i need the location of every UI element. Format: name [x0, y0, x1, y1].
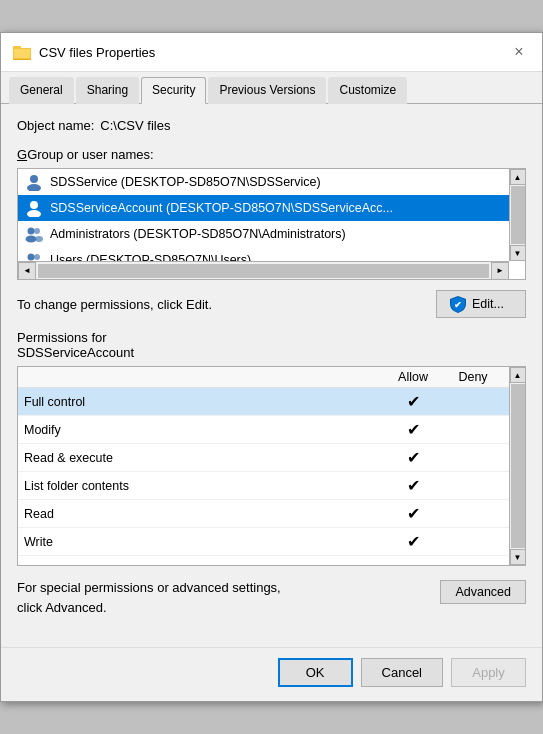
permission-row[interactable]: Modify ✔ — [18, 416, 525, 444]
permissions-scrollbar[interactable]: ▲ ▼ — [509, 367, 525, 565]
users-list-inner: SDSService (DESKTOP-SD85O7N\SDSService) … — [18, 169, 525, 261]
horiz-thumb[interactable] — [38, 264, 489, 278]
tab-customize[interactable]: Customize — [328, 77, 407, 104]
user-avatar — [24, 198, 44, 218]
permission-row[interactable]: Write ✔ — [18, 528, 525, 556]
list-item[interactable]: SDSService (DESKTOP-SD85O7N\SDSService) — [18, 169, 525, 195]
object-name-value: C:\CSV files — [100, 118, 170, 133]
advanced-text-line1: For special permissions or advanced sett… — [17, 580, 281, 595]
scroll-down-arrow[interactable]: ▼ — [510, 245, 526, 261]
scroll-up-arrow[interactable]: ▲ — [510, 169, 526, 185]
tab-general[interactable]: General — [9, 77, 74, 104]
perm-scroll-down[interactable]: ▼ — [510, 549, 526, 565]
edit-button[interactable]: ✔ Edit... — [436, 290, 526, 318]
edit-label: Edit... — [472, 297, 504, 311]
user-name: Administrators (DESKTOP-SD85O7N\Administ… — [50, 227, 346, 241]
col-name-header — [24, 370, 383, 384]
title-bar: CSV files Properties × — [1, 33, 542, 72]
object-name-row: Object name: C:\CSV files — [17, 118, 526, 133]
users-icon — [25, 251, 43, 261]
users-icon — [25, 225, 43, 243]
users-list[interactable]: SDSService (DESKTOP-SD85O7N\SDSService) … — [17, 168, 526, 280]
tabs-bar: General Sharing Security Previous Versio… — [1, 72, 542, 104]
title-bar-left: CSV files Properties — [13, 44, 155, 60]
perm-allow-check: ✔ — [383, 448, 443, 467]
change-text: To change permissions, click Edit. — [17, 297, 212, 312]
svg-point-11 — [35, 236, 43, 242]
permission-row[interactable]: Read ✔ — [18, 500, 525, 528]
user-icon — [25, 199, 43, 217]
cancel-button[interactable]: Cancel — [361, 658, 443, 687]
permissions-header-line2: SDSServiceAccount — [17, 345, 134, 360]
window-title: CSV files Properties — [39, 45, 155, 60]
perm-name: Read & execute — [24, 451, 383, 465]
permissions-table: Allow Deny Full control ✔ Modify ✔ Read … — [17, 366, 526, 566]
svg-point-9 — [26, 236, 37, 243]
change-permissions-row: To change permissions, click Edit. ✔ Edi… — [17, 290, 526, 318]
col-deny-header: Deny — [443, 370, 503, 384]
svg-rect-3 — [14, 49, 30, 58]
perm-allow-check: ✔ — [383, 504, 443, 523]
perm-allow-check: ✔ — [383, 420, 443, 439]
horizontal-scrollbar[interactable]: ◄ ► — [18, 261, 509, 279]
perm-allow-check: ✔ — [383, 532, 443, 551]
advanced-text-line2: click Advanced. — [17, 600, 107, 615]
permission-row[interactable]: List folder contents ✔ — [18, 472, 525, 500]
perm-name: Full control — [24, 395, 383, 409]
svg-point-4 — [30, 175, 38, 183]
advanced-row: For special permissions or advanced sett… — [17, 578, 526, 617]
tab-security[interactable]: Security — [141, 77, 206, 104]
advanced-text: For special permissions or advanced sett… — [17, 578, 281, 617]
col-allow-header: Allow — [383, 370, 443, 384]
dialog-window: CSV files Properties × General Sharing S… — [0, 32, 543, 702]
list-item[interactable]: SDSServiceAccount (DESKTOP-SD85O7N\SDSSe… — [18, 195, 525, 221]
permissions-header-line1: Permissions for — [17, 330, 107, 345]
user-name: SDSService (DESKTOP-SD85O7N\SDSService) — [50, 175, 321, 189]
scroll-left-arrow[interactable]: ◄ — [18, 262, 36, 280]
user-avatar — [24, 172, 44, 192]
bottom-buttons: OK Cancel Apply — [1, 647, 542, 701]
scroll-thumb[interactable] — [511, 186, 525, 244]
tab-sharing[interactable]: Sharing — [76, 77, 139, 104]
perm-scroll-thumb[interactable] — [511, 384, 525, 548]
svg-point-12 — [28, 254, 35, 261]
close-button[interactable]: × — [508, 41, 530, 63]
perm-name: List folder contents — [24, 479, 383, 493]
list-item[interactable]: Users (DESKTOP-SD85O7N\Users) — [18, 247, 525, 261]
tab-previous-versions[interactable]: Previous Versions — [208, 77, 326, 104]
svg-point-5 — [27, 184, 41, 191]
perm-allow-check: ✔ — [383, 392, 443, 411]
user-name: Users (DESKTOP-SD85O7N\Users) — [50, 253, 251, 261]
svg-point-7 — [27, 210, 41, 217]
svg-point-10 — [34, 228, 40, 234]
svg-point-14 — [34, 254, 40, 260]
apply-button[interactable]: Apply — [451, 658, 526, 687]
list-item[interactable]: Administrators (DESKTOP-SD85O7N\Administ… — [18, 221, 525, 247]
ok-button[interactable]: OK — [278, 658, 353, 687]
perm-scroll-up[interactable]: ▲ — [510, 367, 526, 383]
group-label-underline: GGroup or user names: — [17, 147, 154, 162]
shield-icon: ✔ — [449, 295, 467, 313]
perm-name: Modify — [24, 423, 383, 437]
svg-point-6 — [30, 201, 38, 209]
perm-allow-check: ✔ — [383, 476, 443, 495]
permission-row[interactable]: Read & execute ✔ — [18, 444, 525, 472]
user-avatar — [24, 250, 44, 261]
advanced-button[interactable]: Advanced — [440, 580, 526, 604]
vertical-scrollbar[interactable]: ▲ ▼ — [509, 169, 525, 261]
user-name: SDSServiceAccount (DESKTOP-SD85O7N\SDSSe… — [50, 201, 393, 215]
svg-text:✔: ✔ — [454, 300, 462, 310]
user-icon — [25, 173, 43, 191]
perm-name: Write — [24, 535, 383, 549]
tab-content-security: Object name: C:\CSV files GGroup or user… — [1, 104, 542, 647]
user-avatar — [24, 224, 44, 244]
permissions-header: Permissions for SDSServiceAccount — [17, 330, 526, 360]
permissions-column-headers: Allow Deny — [18, 367, 525, 388]
folder-icon — [13, 44, 31, 60]
perm-name: Read — [24, 507, 383, 521]
svg-point-8 — [28, 228, 35, 235]
scroll-right-arrow[interactable]: ► — [491, 262, 509, 280]
group-label: GGroup or user names: — [17, 147, 526, 162]
object-name-label: Object name: — [17, 118, 94, 133]
permission-row[interactable]: Full control ✔ — [18, 388, 525, 416]
